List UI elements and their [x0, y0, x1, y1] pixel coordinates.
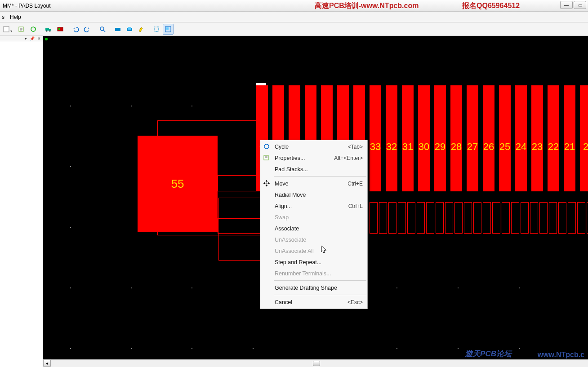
svg-point-9 — [100, 27, 104, 31]
pin-label-27: 27 — [467, 141, 478, 153]
pin-29[interactable]: 29 — [434, 85, 446, 191]
svg-rect-10 — [115, 28, 120, 31]
pin-23[interactable]: 23 — [531, 85, 543, 191]
svg-rect-7 — [58, 27, 63, 31]
ctx-unassociateall: UnAssociate All — [260, 245, 367, 256]
watermark-url: www.NTpcb.c — [538, 351, 584, 359]
pin-21[interactable]: 21 — [564, 85, 575, 191]
ctx-gendraft[interactable]: Generate Drafting Shape — [260, 282, 367, 293]
ctx-properties[interactable]: Properties... Alt+<Enter> — [260, 152, 367, 164]
pin-label-31: 31 — [402, 141, 413, 153]
maximize-button[interactable]: ▭ — [574, 1, 586, 9]
side-panel: ▾ 📌 ✕ — [0, 36, 43, 367]
ctx-radialmove[interactable]: Radial Move — [260, 189, 367, 200]
fine-pin-12 — [483, 202, 491, 234]
ctx-radialmove-label: Radial Move — [275, 192, 306, 198]
ctx-unassociateall-label: UnAssociate All — [275, 248, 314, 254]
toolbar-layer2-button[interactable] — [124, 24, 135, 35]
fine-pin-5 — [417, 202, 425, 234]
pin-2[interactable]: 2 — [580, 85, 588, 191]
pin-label-2: 2 — [583, 141, 588, 153]
scroll-thumb[interactable] — [313, 361, 320, 366]
pin-label-32: 32 — [386, 141, 397, 153]
fine-pin-3 — [398, 202, 406, 234]
ctx-gendraft-label: Generate Drafting Shape — [275, 285, 337, 291]
menu-item-0[interactable]: s — [2, 14, 4, 20]
pin-27[interactable]: 27 — [467, 85, 478, 191]
toolbar — [0, 22, 588, 36]
fine-pin-6 — [426, 202, 434, 234]
ctx-renumber: Renumber Terminals... — [260, 268, 367, 279]
toolbar-properties-button[interactable] — [16, 24, 27, 35]
pin-26[interactable]: 26 — [483, 85, 494, 191]
ctx-steprepeat-label: Step and Repeat... — [275, 259, 321, 265]
pin-30[interactable]: 30 — [418, 85, 430, 191]
pin-label-24: 24 — [516, 141, 526, 153]
ctx-cancel-key: <Esc> — [347, 299, 363, 305]
toolbar-cycle-button[interactable] — [28, 24, 39, 35]
fine-pin-13 — [492, 202, 500, 234]
pin-label-21: 21 — [564, 141, 575, 153]
fine-pin-9 — [454, 202, 463, 234]
toolbar-board-button[interactable] — [55, 24, 66, 35]
fine-pin-22 — [577, 202, 585, 234]
svg-rect-8 — [58, 28, 60, 30]
svg-rect-13 — [154, 27, 159, 31]
fine-pin-8 — [445, 202, 453, 234]
svg-point-16 — [264, 144, 269, 149]
pin-25[interactable]: 25 — [499, 85, 511, 191]
toolbar-highlight-button[interactable] — [136, 24, 147, 35]
pcb-canvas[interactable]: 55 0393837363534333231302928272625242322… — [43, 36, 588, 367]
pin-31[interactable]: 31 — [402, 85, 414, 191]
toolbar-dropdown-button[interactable] — [1, 24, 12, 35]
toolbar-select2-button[interactable] — [163, 24, 174, 35]
ctx-align[interactable]: Align... Ctrl+L — [260, 200, 367, 212]
pin-33[interactable]: 33 — [370, 85, 381, 191]
ctx-properties-key: Alt+<Enter> — [334, 155, 363, 161]
horizontal-scrollbar[interactable]: ◄ — [43, 359, 588, 367]
ctx-unassociate-label: UnAssociate — [275, 237, 306, 243]
ctx-renumber-label: Renumber Terminals... — [275, 270, 331, 277]
toolbar-truck-button[interactable] — [43, 24, 54, 35]
pin-24[interactable]: 24 — [515, 85, 527, 191]
pad-55[interactable]: 55 — [138, 136, 218, 232]
ctx-steprepeat[interactable]: Step and Repeat... — [260, 256, 367, 268]
menubar: s Help — [0, 12, 588, 22]
pin-32[interactable]: 32 — [386, 85, 397, 191]
ctx-swap: Swap — [260, 212, 367, 223]
fine-pin-17 — [530, 202, 538, 234]
fine-pin-16 — [521, 202, 529, 234]
ctx-move[interactable]: Move Ctrl+E — [260, 178, 367, 189]
fine-pin-10 — [464, 202, 472, 234]
panel-close-icon[interactable]: ✕ — [37, 36, 41, 41]
pin-label-28: 28 — [451, 141, 462, 153]
toolbar-undo-button[interactable] — [70, 24, 81, 35]
origin-marker — [45, 38, 48, 40]
pin-label-30: 30 — [419, 141, 429, 153]
minimize-button[interactable]: — — [560, 1, 573, 9]
ctx-cancel[interactable]: Cancel <Esc> — [260, 296, 367, 308]
ctx-swap-label: Swap — [275, 214, 289, 221]
menu-item-help[interactable]: Help — [10, 14, 21, 20]
fine-pin-1 — [379, 202, 387, 234]
ctx-move-label: Move — [275, 181, 289, 187]
toolbar-redo-button[interactable] — [82, 24, 93, 35]
pin-label-25: 25 — [499, 141, 510, 153]
ctx-associate[interactable]: Associate — [260, 223, 367, 234]
ctx-associate-label: Associate — [275, 226, 299, 232]
overlay-text-2: 报名QQ65964512 — [462, 1, 520, 11]
watermark-label: 遊天PCB论坛 — [465, 349, 512, 359]
panel-pin-icon[interactable]: 📌 — [30, 36, 35, 41]
toolbar-select1-button[interactable] — [151, 24, 162, 35]
ctx-cycle[interactable]: Cycle <Tab> — [260, 141, 367, 152]
ctx-cycle-label: Cycle — [275, 144, 289, 150]
pin-28[interactable]: 28 — [450, 85, 462, 191]
svg-point-5 — [46, 30, 48, 31]
toolbar-zoom-button[interactable] — [97, 24, 108, 35]
scroll-left-button[interactable]: ◄ — [43, 360, 51, 367]
toolbar-layer1-button[interactable] — [112, 24, 123, 35]
ctx-padstacks[interactable]: Pad Stacks... — [260, 164, 367, 175]
ctx-padstacks-label: Pad Stacks... — [275, 166, 308, 172]
panel-dropdown-icon[interactable]: ▾ — [25, 36, 27, 41]
pin-22[interactable]: 22 — [548, 85, 559, 191]
